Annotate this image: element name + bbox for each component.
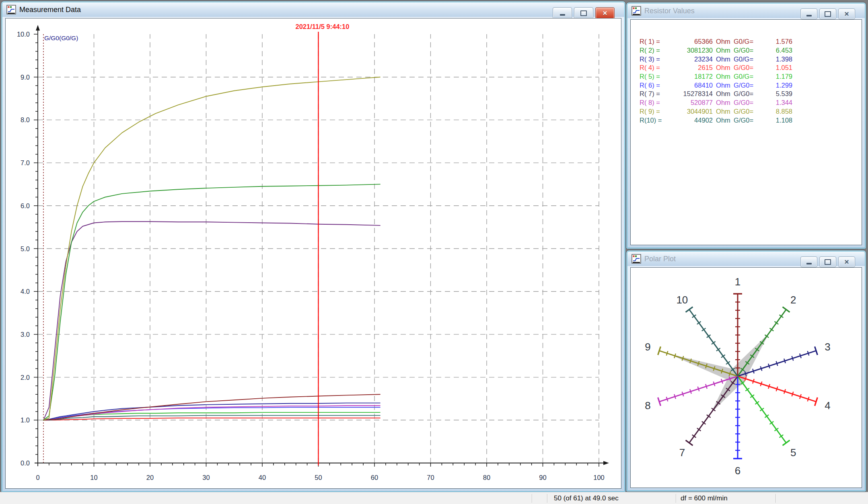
svg-text:10.0: 10.0 xyxy=(17,31,30,38)
desktop: { "app": {"background": "#7d7d7d"}, "win… xyxy=(0,0,868,504)
radar-axis-label: 4 xyxy=(825,400,830,412)
ratio-value: 1.179 xyxy=(761,73,792,80)
resistance-unit: Ohm xyxy=(713,117,734,124)
resistor-label: R( 7) = xyxy=(640,90,670,98)
resistance-value: 3081230 xyxy=(670,47,713,54)
svg-text:3.0: 3.0 xyxy=(21,331,30,338)
close-button[interactable]: ✕ xyxy=(838,256,855,267)
svg-text:1.0: 1.0 xyxy=(21,416,30,424)
svg-text:0: 0 xyxy=(36,474,39,481)
resistor-label: R( 8) = xyxy=(640,99,670,107)
resistance-unit: Ohm xyxy=(713,108,734,115)
radar-chart: 12345678910 xyxy=(631,268,862,488)
polar-title-bar[interactable]: Polar Plot ✕ xyxy=(627,252,865,266)
resistor-row: R( 8) =520877OhmG/G0=1.344 xyxy=(631,98,862,107)
svg-text:20: 20 xyxy=(146,474,154,481)
resistance-value: 65366 xyxy=(670,38,713,45)
resistor-list: R( 1) =65366OhmG0/G=1.576R( 2) =3081230O… xyxy=(631,20,862,125)
axis-tick-labels: 0.01.02.03.04.05.06.07.08.09.010.0010203… xyxy=(17,31,605,481)
resistor-row: R( 9) =3044901OhmG/G0=8.858 xyxy=(631,107,862,116)
resistance-value: 2615 xyxy=(670,64,713,72)
line-chart[interactable]: 0.01.02.03.04.05.06.07.08.09.010.0010203… xyxy=(6,18,621,489)
svg-text:50: 50 xyxy=(315,474,322,481)
resistor-values-window: Resistor Values ✕ R( 1) =65366OhmG0/G=1.… xyxy=(626,2,866,249)
svg-text:5.0: 5.0 xyxy=(21,245,30,252)
resistor-row: R(10) =44902OhmG/G0=1.108 xyxy=(631,116,862,125)
svg-text:30: 30 xyxy=(202,474,210,481)
maximize-button[interactable] xyxy=(574,7,593,19)
resistor-row: R( 3) =23234OhmG0/G=1.398 xyxy=(631,55,862,64)
resistance-unit: Ohm xyxy=(713,73,734,80)
chart-ylabel: G/G0(G0/G) xyxy=(44,35,78,41)
minimize-icon xyxy=(560,14,565,16)
resistor-row: R( 5) =18172OhmG0/G=1.179 xyxy=(631,72,862,81)
y-axis-arrow xyxy=(36,25,40,31)
close-button[interactable]: ✕ xyxy=(838,8,855,19)
axis-ticks xyxy=(34,34,599,467)
resistance-value: 23234 xyxy=(670,55,713,63)
ratio-value: 6.453 xyxy=(761,47,792,54)
resistance-value: 68410 xyxy=(670,82,713,89)
svg-text:100: 100 xyxy=(593,474,605,481)
resistance-value: 18172 xyxy=(670,73,713,80)
resistor-label: R( 1) = xyxy=(640,38,670,45)
x-axis-arrow xyxy=(603,461,609,465)
ratio-value: 1.344 xyxy=(761,99,792,107)
window-title: Resistor Values xyxy=(644,7,695,15)
resistor-title-bar[interactable]: Resistor Values ✕ xyxy=(627,4,865,18)
app-plot-icon xyxy=(631,6,641,16)
status-separator xyxy=(532,494,532,503)
svg-text:70: 70 xyxy=(427,474,434,481)
radar-axis-7 xyxy=(686,376,738,445)
ratio-label: G/G0= xyxy=(734,99,761,107)
window-title: Measurement Data xyxy=(19,6,81,14)
ratio-label: G/G0= xyxy=(734,90,761,98)
ratio-label: G/G0= xyxy=(734,108,761,115)
svg-text:7.0: 7.0 xyxy=(21,159,30,166)
svg-text:80: 80 xyxy=(483,474,490,481)
radar-axis-label: 10 xyxy=(676,294,688,306)
resistance-unit: Ohm xyxy=(713,38,734,45)
radar-axis-label: 7 xyxy=(679,447,685,459)
svg-text:9.0: 9.0 xyxy=(21,74,30,81)
svg-text:6.0: 6.0 xyxy=(21,202,30,209)
minimize-button[interactable] xyxy=(800,256,817,267)
close-button[interactable]: ✕ xyxy=(595,7,615,19)
status-progress-text: 50 (of 61) at 49.0 sec xyxy=(554,492,619,504)
ratio-value: 5.539 xyxy=(761,90,792,98)
svg-text:8.0: 8.0 xyxy=(21,116,30,123)
status-separator xyxy=(775,494,776,503)
radar-axis-label: 6 xyxy=(735,465,740,477)
ratio-label: G0/G= xyxy=(734,55,761,63)
svg-text:60: 60 xyxy=(371,474,378,481)
app-plot-icon xyxy=(6,5,16,14)
svg-text:40: 40 xyxy=(259,474,266,481)
ratio-value: 1.398 xyxy=(761,55,792,63)
resistor-label: R( 5) = xyxy=(640,73,670,80)
svg-text:10: 10 xyxy=(90,474,97,481)
polar-plot-window: Polar Plot ✕ 12345678910 xyxy=(626,250,866,492)
radar-axis-5 xyxy=(738,376,790,445)
resistance-unit: Ohm xyxy=(713,99,734,107)
axes xyxy=(35,30,604,466)
ratio-value: 1.108 xyxy=(761,117,792,124)
radar-axis-label: 8 xyxy=(645,400,650,412)
maximize-button[interactable] xyxy=(819,256,836,267)
measurement-title-bar[interactable]: Measurement Data ✕ xyxy=(2,2,624,17)
measurement-chart-area[interactable]: 0.01.02.03.04.05.06.07.08.09.010.0010203… xyxy=(5,18,621,489)
maximize-button[interactable] xyxy=(819,8,836,19)
ratio-label: G0/G= xyxy=(734,38,761,45)
resistor-label: R( 4) = xyxy=(640,64,670,72)
radar-axis-4 xyxy=(738,376,817,406)
minimize-button[interactable] xyxy=(800,8,817,19)
resistance-unit: Ohm xyxy=(713,47,734,54)
ratio-value: 1.299 xyxy=(761,82,792,89)
polar-plot-panel: 12345678910 xyxy=(630,267,862,488)
svg-text:90: 90 xyxy=(539,474,546,481)
ratio-value: 1.051 xyxy=(761,64,792,72)
maximize-icon xyxy=(580,10,587,16)
ratio-value: 8.858 xyxy=(761,108,792,115)
minimize-button[interactable] xyxy=(553,7,572,19)
app-plot-icon xyxy=(631,254,641,264)
status-separator xyxy=(676,494,676,503)
